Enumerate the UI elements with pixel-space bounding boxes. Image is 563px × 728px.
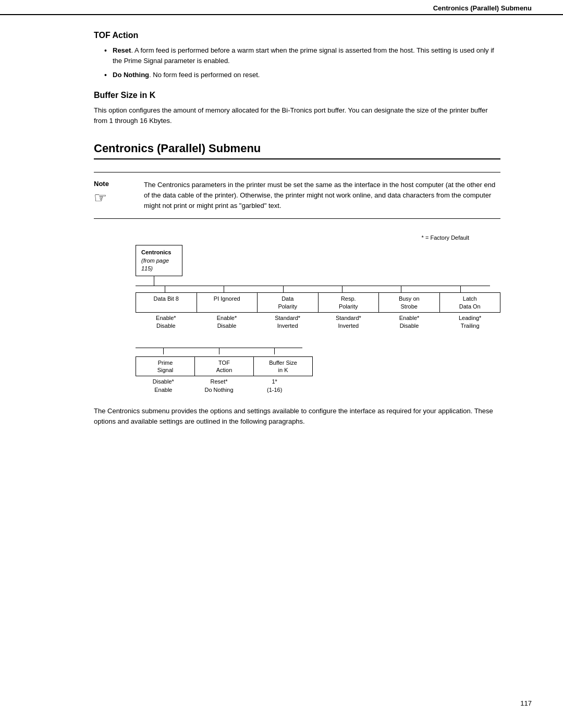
- menu-item-tof: TOFAction: [195, 357, 254, 376]
- note-text: The Centronics parameters in the printer…: [144, 180, 500, 211]
- menu-item-buffer: Buffer Sizein K: [254, 357, 312, 376]
- menu-item-3: Resp.Polarity: [319, 293, 380, 312]
- buffer-size-section: Buffer Size in K This option configures …: [94, 91, 500, 126]
- spacer-1: [125, 332, 500, 348]
- top-box-bold: Centronics: [141, 249, 177, 256]
- tof-reset-bold: Reset: [113, 46, 131, 54]
- option-3: Standard*Inverted: [318, 313, 379, 332]
- menu-row-2: PrimeSignal TOFAction Buffer Sizein K: [136, 356, 313, 377]
- option-1: Enable*Disable: [197, 313, 258, 332]
- closing-paragraph: The Centronics submenu provides the opti…: [94, 406, 500, 427]
- tof-action-list: Reset. A form feed is performed before a…: [94, 45, 500, 80]
- vert-connector-1: [154, 276, 154, 286]
- tof-donothing-bold: Do Nothing: [113, 71, 149, 79]
- main-content: TOF Action Reset. A form feed is perform…: [0, 31, 563, 427]
- tof-donothing-text: . No form feed is performed on reset.: [149, 71, 260, 79]
- option-0: Enable*Disable: [136, 313, 197, 332]
- diagram-wrapper: Centronics (from page 115) Data Bit 8: [94, 245, 500, 396]
- vert-lines-row: [136, 286, 490, 292]
- second-diagram: PrimeSignal TOFAction Buffer Sizein K Di…: [125, 348, 500, 396]
- note-box: Note ☞ The Centronics parameters in the …: [94, 172, 500, 219]
- menu-item-4: Busy onStrobe: [379, 293, 440, 312]
- closing-text: The Centronics submenu provides the opti…: [94, 406, 500, 427]
- note-left: Note ☞: [94, 180, 136, 211]
- page-container: Centronics (Parallel) Submenu TOF Action…: [0, 0, 563, 728]
- menu-item-5: LatchData On: [440, 293, 500, 312]
- tof-action-heading: TOF Action: [94, 31, 500, 40]
- note-icon: ☞: [94, 191, 107, 205]
- page-header: Centronics (Parallel) Submenu: [0, 0, 563, 15]
- option-5: Leading*Trailing: [439, 313, 500, 332]
- top-node-row: Centronics (from page 115): [125, 245, 500, 276]
- centronics-top-box: Centronics (from page 115): [136, 245, 182, 276]
- option-tof: Reset*Do Nothing: [191, 376, 247, 396]
- option-buffer: 1*(1-16): [247, 376, 302, 396]
- tof-reset-text: . A form feed is performed before a warm…: [113, 46, 494, 65]
- option-prime: Disable*Enable: [136, 376, 191, 396]
- buffer-size-heading: Buffer Size in K: [94, 91, 500, 100]
- vert-lines-row-2: [136, 348, 302, 354]
- tof-reset-item: Reset. A form feed is performed before a…: [104, 45, 500, 66]
- page-number: 117: [520, 699, 532, 707]
- options-row-1: Enable*Disable Enable*Disable Standard*I…: [136, 313, 500, 332]
- tof-donothing-item: Do Nothing. No form feed is performed on…: [104, 70, 500, 80]
- menu-item-2: DataPolarity: [258, 293, 319, 312]
- centronics-heading: Centronics (Parallel) Submenu: [94, 142, 500, 159]
- menu-row-1: Data Bit 8 PI Ignored DataPolarity Resp.…: [136, 292, 500, 313]
- menu-item-prime: PrimeSignal: [136, 357, 195, 376]
- menu-item-0: Data Bit 8: [136, 293, 197, 312]
- options-row-2: Disable*Enable Reset*Do Nothing 1*(1-16): [136, 376, 302, 396]
- option-4: Enable*Disable: [379, 313, 440, 332]
- top-box-italic: (from page 115): [141, 257, 177, 273]
- buffer-size-text: This option configures the amount of mem…: [94, 105, 500, 126]
- note-label: Note: [94, 180, 109, 188]
- tof-action-section: TOF Action Reset. A form feed is perform…: [94, 31, 500, 80]
- header-title: Centronics (Parallel) Submenu: [433, 4, 532, 12]
- menu-item-1: PI Ignored: [197, 293, 258, 312]
- factory-default-label: * = Factory Default: [94, 235, 500, 241]
- option-2: Standard*Inverted: [257, 313, 318, 332]
